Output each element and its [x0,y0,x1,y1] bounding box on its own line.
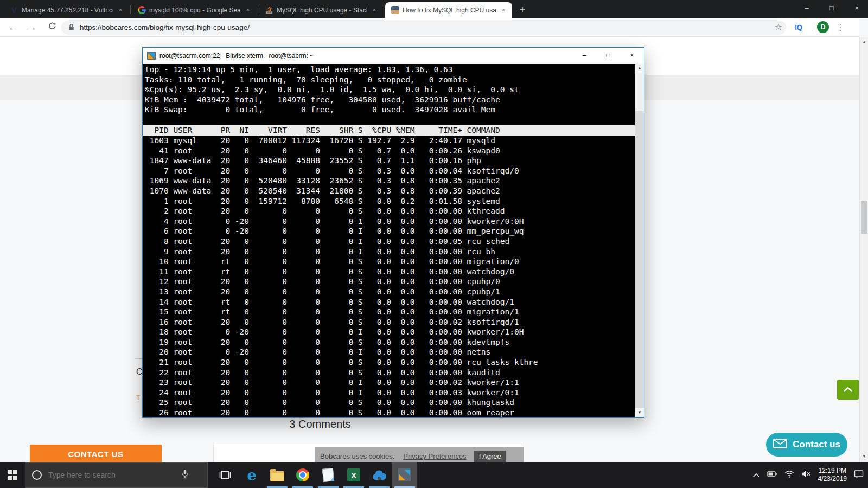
clock-date: 4/23/2019 [818,475,847,483]
stackoverflow-favicon [265,6,273,15]
tab-separator [258,5,258,14]
bitvise-icon [147,52,156,60]
desktop: V Manage 45.77.252.218 - Vultr.co × mysq… [0,0,868,488]
contact-pill-label: Contact us [793,439,840,450]
task-view-button[interactable] [213,462,238,488]
lock-icon [67,23,75,34]
tab-close-icon[interactable]: × [244,6,252,15]
process-table-header: PID USER PR NI VIRT RES SHR S %CPU %MEM … [143,125,635,136]
forward-icon[interactable]: → [26,22,38,34]
process-table-rows: 1603 mysql 20 0 700012 117324 16720 S 19… [145,136,538,417]
scrollbar-up-icon[interactable]: ▲ [860,38,868,47]
terminal-content: top - 12:19:14 up 5 min, 1 user, load av… [143,64,644,417]
system-tray: 12:19 PM 4/23/2019 [752,462,864,488]
terminal-scroll-down-icon[interactable]: ▼ [635,408,644,417]
taskbar-bitvise-icon[interactable] [392,462,417,488]
taskbar-clock[interactable]: 12:19 PM 4/23/2019 [818,467,847,483]
taskbar-notepad-icon[interactable] [316,462,341,488]
tab-title: MySQL high CPU usage - Stack O [277,7,367,14]
terminal-minimize-button[interactable]: – [572,48,596,63]
tray-chevron-up-icon[interactable] [752,470,760,480]
terminal-scrollbar-thumb[interactable] [635,73,644,111]
page-scrollbar[interactable]: ▲ ▼ [859,37,868,462]
top-summary-lines: top - 12:19:14 up 5 min, 1 user, load av… [145,65,519,115]
page-divider-fragment [135,358,142,359]
back-icon[interactable]: ← [7,22,19,34]
contact-us-pill[interactable]: Contact us [766,433,847,457]
microphone-icon [181,469,189,481]
google-favicon [137,6,146,15]
window-close-button[interactable]: × [844,0,868,18]
terminal-close-button[interactable]: × [620,48,644,63]
tab-close-icon[interactable]: × [116,6,125,15]
battery-icon[interactable] [767,470,777,480]
terminal-window[interactable]: root@tsacrm.com:22 - Bitvise xterm - roo… [142,47,644,418]
taskbar-file-explorer-icon[interactable] [265,462,290,488]
terminal-scroll-up-icon[interactable]: ▲ [635,64,644,73]
taskbar-excel-icon[interactable]: X [341,462,366,488]
window-maximize-button[interactable]: □ [819,0,844,18]
window-minimize-button[interactable]: – [794,0,819,18]
tab-title: mysqld 100% cpu - Google Searc [149,7,240,14]
toolbar-divider [812,23,812,31]
windows-logo-icon [8,470,17,480]
browser-tab-strip: V Manage 45.77.252.218 - Vultr.co × mysq… [0,0,868,18]
wifi-icon[interactable] [784,470,794,480]
scroll-to-top-button[interactable] [837,380,859,400]
profile-avatar[interactable]: D [817,21,829,33]
page-link-fragment: T [136,393,141,402]
vultr-favicon: V [10,6,18,15]
tab-separator [130,5,131,14]
tab-vultr[interactable]: V Manage 45.77.252.218 - Vultr.co × [4,2,129,18]
cortana-icon [32,470,42,480]
tab-bobcares-active[interactable]: How to fix MySQL high CPU usag × [385,2,512,18]
volume-muted-icon[interactable] [801,470,811,480]
scrollbar-down-icon[interactable]: ▼ [860,452,868,461]
tab-close-icon[interactable]: × [370,6,379,15]
taskbar-edge-icon[interactable]: e [239,462,264,488]
terminal-scrollbar[interactable]: ▲ ▼ [635,64,644,417]
terminal-titlebar[interactable]: root@tsacrm.com:22 - Bitvise xterm - roo… [143,48,644,64]
envelope-icon [773,439,787,451]
bookmark-star-icon[interactable]: ☆ [773,22,784,34]
bobcares-favicon [391,6,399,15]
cookie-text: Bobcares uses cookies. [320,452,394,460]
search-input[interactable] [48,471,173,479]
terminal-maximize-button[interactable]: □ [596,48,620,63]
iq-extension-icon[interactable]: IQ [791,22,806,34]
terminal-title: root@tsacrm.com:22 - Bitvise xterm - roo… [159,52,314,60]
privacy-preferences-link[interactable]: Privacy Preferences [403,452,466,460]
taskbar-search[interactable] [25,462,208,488]
i-agree-button[interactable]: I Agree [474,451,506,462]
action-center-icon[interactable] [854,470,864,481]
chevron-up-icon [843,385,853,395]
comments-heading: 3 Comments [233,418,407,431]
tab-google-search[interactable]: mysqld 100% cpu - Google Searc × [132,2,257,18]
reload-icon[interactable] [46,22,58,34]
taskbar-chrome-icon[interactable] [290,462,315,488]
new-tab-button[interactable]: + [515,3,529,17]
page-text-fragment: C [136,367,143,377]
tab-stackoverflow[interactable]: MySQL high CPU usage - Stack O × [259,2,383,18]
url-text[interactable]: https://bobcares.com/blog/fix-mysql-high… [80,23,250,31]
start-button[interactable] [0,462,25,488]
tab-title: How to fix MySQL high CPU usag [403,7,496,14]
clock-time: 12:19 PM [818,467,847,475]
scrollbar-thumb[interactable] [861,201,867,234]
chrome-menu-icon[interactable]: ⋮ [835,22,845,34]
tab-close-icon[interactable]: × [499,6,508,15]
tab-title: Manage 45.77.252.218 - Vultr.co [22,7,113,14]
taskbar-cloud-app-icon[interactable] [367,462,392,488]
